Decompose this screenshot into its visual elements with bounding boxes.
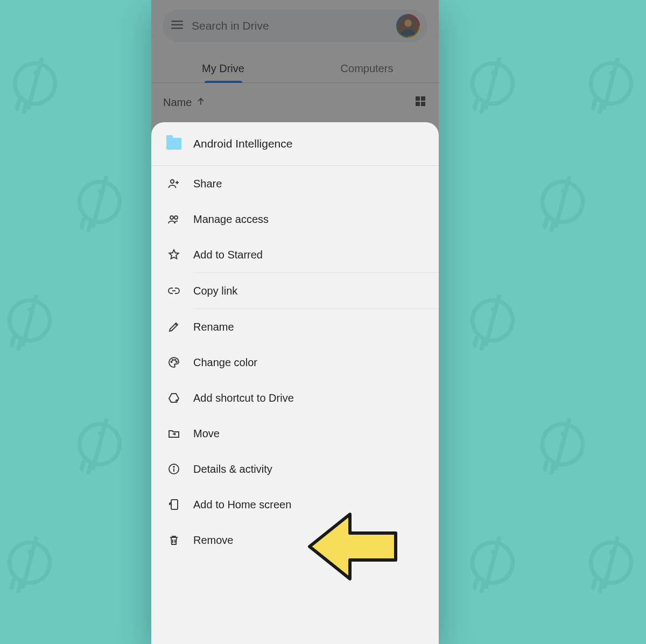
menu-list: Share Manage access Add to Starred C xyxy=(151,166,439,558)
palette-icon xyxy=(166,356,181,369)
person-add-icon xyxy=(166,177,181,190)
svg-point-13 xyxy=(172,360,173,361)
trash-icon xyxy=(166,534,181,547)
menu-label: Details & activity xyxy=(193,463,272,475)
bottom-sheet: Android Intelligence Share Manage access xyxy=(151,122,439,644)
menu-manage-access[interactable]: Manage access xyxy=(151,201,439,237)
folder-icon xyxy=(166,138,181,150)
menu-label: Manage access xyxy=(193,213,269,226)
menu-move[interactable]: Move xyxy=(151,416,439,451)
menu-label: Share xyxy=(193,178,222,190)
sheet-header: Android Intelligence xyxy=(151,122,439,166)
info-icon xyxy=(166,463,181,475)
people-icon xyxy=(166,213,181,226)
menu-details[interactable]: Details & activity xyxy=(151,451,439,487)
menu-change-color[interactable]: Change color xyxy=(151,345,439,380)
svg-point-15 xyxy=(176,361,177,362)
menu-label: Rename xyxy=(193,321,234,333)
menu-remove[interactable]: Remove xyxy=(151,522,439,558)
menu-label: Add to Starred xyxy=(193,249,263,261)
add-to-home-icon xyxy=(166,498,181,511)
svg-point-11 xyxy=(174,216,178,219)
pencil-icon xyxy=(166,320,181,333)
star-icon xyxy=(166,248,181,261)
menu-share[interactable]: Share xyxy=(151,166,439,201)
move-folder-icon xyxy=(166,427,181,440)
svg-point-12 xyxy=(171,361,172,362)
menu-label: Change color xyxy=(193,356,257,369)
menu-label: Move xyxy=(193,428,220,440)
svg-point-14 xyxy=(175,360,176,361)
drive-shortcut-icon xyxy=(166,391,181,404)
menu-copy-link[interactable]: Copy link xyxy=(151,273,439,309)
sheet-folder-name: Android Intelligence xyxy=(193,137,292,150)
svg-point-18 xyxy=(173,466,174,467)
menu-label: Add to Home screen xyxy=(193,499,291,511)
svg-rect-19 xyxy=(171,500,178,509)
svg-point-9 xyxy=(171,180,174,183)
menu-add-starred[interactable]: Add to Starred xyxy=(151,237,439,272)
menu-label: Copy link xyxy=(193,285,237,297)
phone-frame: Search in Drive My Drive Computers Name … xyxy=(151,0,439,644)
menu-add-shortcut[interactable]: Add shortcut to Drive xyxy=(151,380,439,416)
menu-rename[interactable]: Rename xyxy=(151,309,439,345)
menu-label: Add shortcut to Drive xyxy=(193,392,294,404)
menu-add-home-screen[interactable]: Add to Home screen xyxy=(151,487,439,522)
menu-label: Remove xyxy=(193,534,233,547)
link-icon xyxy=(166,284,181,297)
svg-point-10 xyxy=(170,216,173,219)
